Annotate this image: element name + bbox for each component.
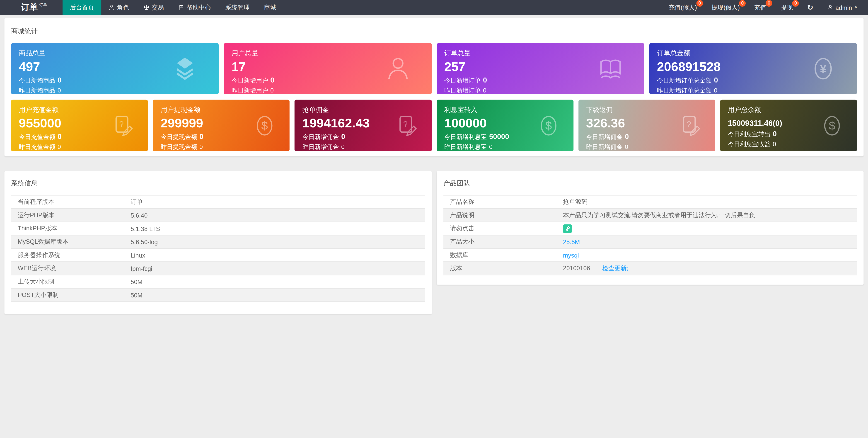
brand-subtitle: 订单 <box>39 2 47 7</box>
shop-stats-panel: 商城统计 商品总量497今日新增商品0昨日新增商品0用户总量17今日新增用户0昨… <box>4 18 864 156</box>
table-row: 产品名称抢单源码 <box>443 195 857 208</box>
svg-text:$: $ <box>261 119 268 132</box>
row-label: 数据库 <box>443 251 563 259</box>
table-row: 数据库mysql <box>443 248 857 262</box>
row-value: 20100106检查更新; <box>563 264 857 272</box>
row-label: POST大小限制 <box>11 291 131 299</box>
admin-menu[interactable]: admin ∧ <box>820 0 865 15</box>
check-update-link[interactable]: 检查更新; <box>602 265 628 271</box>
rocket-icon[interactable] <box>563 224 572 233</box>
row-value: 50M <box>131 292 425 298</box>
nav-menu-item-3[interactable]: 交易 <box>136 0 171 15</box>
quick-actions: 充值(假人)0提现(假人)0充值0提现0 <box>661 0 800 15</box>
stat-yesterday-label: 昨日新增佣金 <box>586 144 623 150</box>
nav-menu-label: 商城 <box>264 3 276 12</box>
stat-today-value: 0 <box>58 133 62 141</box>
nav-menu-label: 交易 <box>152 3 164 12</box>
stat-card: 用户总余额15009311.46(0)今日利息宝转出0今日利息宝收益0$ <box>720 100 857 151</box>
system-info-panel: 系统信息 当前程序版本订单运行PHP版本5.6.40ThinkPHP版本5.1.… <box>4 171 432 314</box>
stat-card: 利息宝转入100000今日新增利息宝50000昨日新增利息宝0$ <box>437 100 574 151</box>
row-label: 服务器操作系统 <box>11 251 131 259</box>
stat-card: 订单总金额206891528今日新增订单总金额0昨日新增订单总金额0¥ <box>649 43 857 94</box>
row-label: WEB运行环境 <box>11 264 131 272</box>
row-value: 本产品只为学习测试交流,请勿要做商业或者用于违法行为,一切后果自负 <box>563 211 857 220</box>
dollar-circle-icon: $ <box>253 113 276 138</box>
svg-text:$: $ <box>829 119 835 132</box>
row-value: Linux <box>131 252 425 258</box>
quick-action-4[interactable]: 提现0 <box>774 0 800 15</box>
stat-today-value: 0 <box>773 130 777 138</box>
stats-cards-row2: 用户充值金额955000今日充值金额0昨日充值金额0?用户提现金额299999今… <box>11 100 857 151</box>
brand-title: 订单 <box>21 2 38 13</box>
stat-card-yesterday-line: 昨日充值金额0 <box>19 143 148 151</box>
stat-card-yesterday-line: 今日利息宝收益0 <box>728 140 857 148</box>
row-value: 抢单源码 <box>563 198 857 206</box>
system-info-title: 系统信息 <box>4 171 432 195</box>
table-row: ThinkPHP版本5.1.38 LTS <box>11 222 425 235</box>
nav-menu-label: 后台首页 <box>70 3 94 12</box>
quick-action-2[interactable]: 提现(假人)0 <box>704 0 747 15</box>
table-row: WEB运行环境fpm-fcgi <box>11 261 425 275</box>
stat-card-yesterday-line: 昨日新增商品0 <box>19 86 219 94</box>
refresh-button[interactable]: ↻ <box>800 0 820 15</box>
table-row: 产品说明本产品只为学习测试交流,请勿要做商业或者用于违法行为,一切后果自负 <box>443 208 857 222</box>
stat-yesterday-label: 昨日提现金额 <box>161 144 197 150</box>
stat-yesterday-value: 0 <box>58 87 61 94</box>
stat-card: 商品总量497今日新增商品0昨日新增商品0 <box>11 43 219 94</box>
table-row: 请勿点击 <box>443 222 857 235</box>
main-menu: 后台首页角色交易帮助中心系统管理商城 <box>63 0 283 15</box>
quick-action-1[interactable]: 充值(假人)0 <box>661 0 704 15</box>
stat-today-value: 0 <box>270 76 274 84</box>
row-value: 5.6.40 <box>131 212 425 218</box>
stat-today-value: 0 <box>625 133 629 141</box>
quick-action-label: 提现 <box>781 3 793 12</box>
value-link[interactable]: mysql <box>563 252 579 258</box>
scales-icon <box>144 4 150 11</box>
notification-badge: 0 <box>696 0 703 6</box>
stat-yesterday-value: 0 <box>714 87 717 94</box>
row-label: 上传大小限制 <box>11 278 131 286</box>
stat-card: 订单总量257今日新增订单0昨日新增订单0 <box>437 43 644 94</box>
chevron-up-icon: ∧ <box>854 4 857 9</box>
doc-edit-icon: ? <box>679 113 702 138</box>
stat-yesterday-label: 昨日新增订单总金额 <box>657 87 712 94</box>
stat-yesterday-label: 昨日新增用户 <box>231 87 268 94</box>
table-row: 服务器操作系统Linux <box>11 248 425 262</box>
stat-today-label: 今日新增佣金 <box>586 134 623 140</box>
row-label: ThinkPHP版本 <box>11 225 131 233</box>
svg-text:?: ? <box>686 119 691 129</box>
yen-circle-icon: ¥ <box>810 55 836 82</box>
row-label: 运行PHP版本 <box>11 211 131 220</box>
stat-yesterday-label: 昨日新增订单 <box>444 87 481 94</box>
stat-today-label: 今日充值金额 <box>19 134 55 140</box>
stat-yesterday-value: 0 <box>58 144 61 150</box>
stat-card: 用户总量17今日新增用户0昨日新增用户0 <box>224 43 432 94</box>
stat-yesterday-value: 0 <box>341 144 345 150</box>
nav-menu-item-6[interactable]: 商城 <box>257 0 283 15</box>
svg-text:?: ? <box>119 119 124 129</box>
stat-yesterday-label: 昨日新增利息宝 <box>444 144 487 150</box>
brand-logo: 订单 订单 <box>21 0 47 15</box>
table-row: 运行PHP版本5.6.40 <box>11 208 425 222</box>
stat-today-label: 今日提现金额 <box>161 134 197 140</box>
stat-yesterday-label: 今日利息宝收益 <box>728 141 771 147</box>
nav-menu-item-4[interactable]: 帮助中心 <box>171 0 218 15</box>
stat-yesterday-label: 昨日充值金额 <box>19 144 55 150</box>
book-icon <box>598 55 623 82</box>
nav-menu-item-5[interactable]: 系统管理 <box>218 0 257 15</box>
value-link[interactable]: 25.5M <box>563 238 580 245</box>
stat-card-yesterday-line: 昨日新增订单0 <box>444 86 644 94</box>
stat-today-value: 0 <box>483 76 487 84</box>
stat-card-yesterday-line: 昨日新增佣金0 <box>586 143 715 151</box>
nav-menu-item-1[interactable]: 后台首页 <box>63 0 101 15</box>
nav-menu-item-2[interactable]: 角色 <box>101 0 136 15</box>
row-label: MySQL数据库版本 <box>11 238 131 246</box>
row-value: 25.5M <box>563 238 857 245</box>
row-value <box>563 224 857 233</box>
row-value: 5.1.38 LTS <box>131 225 425 232</box>
svg-text:¥: ¥ <box>820 62 827 76</box>
table-row: 产品大小25.5M <box>443 235 857 248</box>
quick-action-3[interactable]: 充值0 <box>747 0 774 15</box>
stat-today-label: 今日新增订单总金额 <box>657 77 712 84</box>
navbar-right: 充值(假人)0提现(假人)0充值0提现0 ↻ admin ∧ <box>661 0 865 15</box>
